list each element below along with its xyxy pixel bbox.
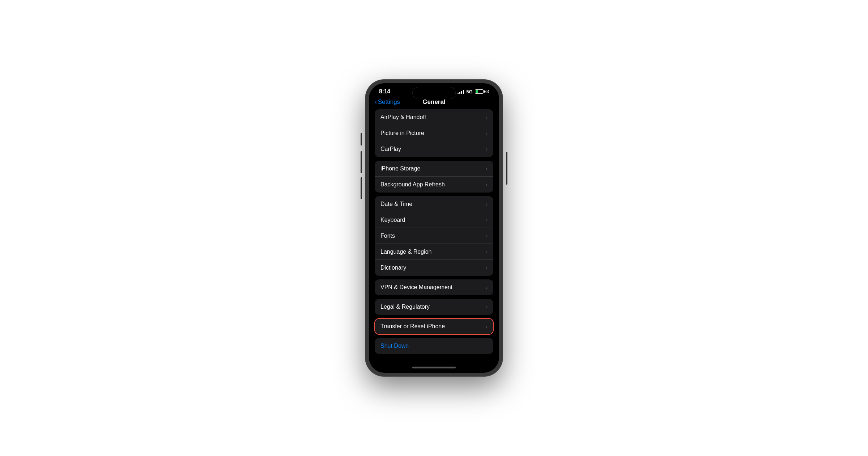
row-label: Date & Time bbox=[380, 201, 412, 207]
nav-header: ‹ Settings General bbox=[369, 97, 499, 109]
network-type: 5G bbox=[466, 89, 472, 94]
back-label: Settings bbox=[378, 98, 400, 106]
row-label: CarPlay bbox=[380, 146, 401, 152]
chevron-right-icon: › bbox=[486, 284, 488, 290]
settings-row-vpn[interactable]: VPN & Device Management › bbox=[375, 279, 493, 295]
power-button[interactable] bbox=[506, 152, 507, 185]
row-label: Dictionary bbox=[380, 265, 406, 271]
settings-row-transfer-reset[interactable]: Transfer or Reset iPhone › bbox=[375, 318, 493, 334]
back-button[interactable]: ‹ Settings bbox=[375, 98, 400, 106]
settings-group-transfer: Transfer or Reset iPhone › bbox=[375, 318, 493, 334]
row-label: VPN & Device Management bbox=[380, 284, 452, 291]
chevron-right-icon: › bbox=[486, 249, 488, 255]
volume-up-button[interactable] bbox=[361, 151, 362, 173]
settings-group-legal: Legal & Regulatory › bbox=[375, 299, 493, 315]
settings-group-airplay: AirPlay & Handoff › Picture in Picture ›… bbox=[375, 109, 493, 157]
chevron-right-icon: › bbox=[486, 130, 488, 136]
settings-row-keyboard[interactable]: Keyboard › bbox=[375, 212, 493, 228]
chevron-back-icon: ‹ bbox=[375, 98, 377, 106]
row-label: Shut Down bbox=[380, 343, 409, 349]
chevron-right-icon: › bbox=[486, 114, 488, 120]
signal-icon bbox=[458, 89, 464, 94]
settings-row-fonts[interactable]: Fonts › bbox=[375, 228, 493, 244]
row-label: Language & Region bbox=[380, 249, 431, 255]
page-title: General bbox=[422, 98, 445, 106]
chevron-right-icon: › bbox=[486, 182, 488, 187]
settings-row-carplay[interactable]: CarPlay › bbox=[375, 141, 493, 157]
mute-button[interactable] bbox=[361, 133, 362, 145]
phone-frame: 8:14 5G 33 bbox=[365, 80, 503, 376]
status-bar: 8:14 5G 33 bbox=[369, 83, 499, 97]
row-label: Background App Refresh bbox=[380, 181, 445, 188]
chevron-right-icon: › bbox=[486, 217, 488, 223]
settings-row-language-region[interactable]: Language & Region › bbox=[375, 244, 493, 260]
settings-row-iphone-storage[interactable]: iPhone Storage › bbox=[375, 161, 493, 177]
settings-row-picture-in-picture[interactable]: Picture in Picture › bbox=[375, 125, 493, 141]
settings-row-legal[interactable]: Legal & Regulatory › bbox=[375, 299, 493, 315]
settings-group-storage: iPhone Storage › Background App Refresh … bbox=[375, 161, 493, 193]
row-label: Picture in Picture bbox=[380, 130, 424, 136]
phone-screen: 8:14 5G 33 bbox=[369, 83, 499, 373]
settings-row-airplay-handoff[interactable]: AirPlay & Handoff › bbox=[375, 109, 493, 125]
settings-row-dictionary[interactable]: Dictionary › bbox=[375, 260, 493, 276]
status-time: 8:14 bbox=[379, 88, 390, 95]
status-icons: 5G 33 bbox=[458, 89, 489, 94]
chevron-right-icon: › bbox=[486, 146, 488, 152]
battery-icon: 33 bbox=[475, 89, 489, 94]
chevron-right-icon: › bbox=[486, 265, 488, 271]
phone-device: 8:14 5G 33 bbox=[365, 80, 503, 376]
settings-row-shut-down[interactable]: Shut Down bbox=[375, 338, 493, 354]
chevron-right-icon: › bbox=[486, 324, 488, 329]
row-label: AirPlay & Handoff bbox=[380, 114, 426, 121]
settings-group-language: Date & Time › Keyboard › Fonts › Languag… bbox=[375, 196, 493, 276]
chevron-right-icon: › bbox=[486, 201, 488, 207]
settings-row-date-time[interactable]: Date & Time › bbox=[375, 196, 493, 212]
home-indicator bbox=[369, 364, 499, 373]
row-label: Keyboard bbox=[380, 217, 405, 223]
settings-scroll[interactable]: AirPlay & Handoff › Picture in Picture ›… bbox=[369, 109, 499, 364]
home-bar bbox=[412, 367, 456, 368]
row-label: Transfer or Reset iPhone bbox=[380, 323, 445, 330]
volume-down-button[interactable] bbox=[361, 177, 362, 199]
battery-percent: 33 bbox=[484, 89, 489, 94]
row-label: iPhone Storage bbox=[380, 165, 420, 172]
chevron-right-icon: › bbox=[486, 233, 488, 239]
row-label: Legal & Regulatory bbox=[380, 304, 430, 310]
settings-group-vpn: VPN & Device Management › bbox=[375, 279, 493, 295]
row-label: Fonts bbox=[380, 233, 395, 239]
chevron-right-icon: › bbox=[486, 304, 488, 310]
chevron-right-icon: › bbox=[486, 166, 488, 172]
settings-group-shutdown: Shut Down bbox=[375, 338, 493, 354]
settings-row-background-app-refresh[interactable]: Background App Refresh › bbox=[375, 177, 493, 193]
